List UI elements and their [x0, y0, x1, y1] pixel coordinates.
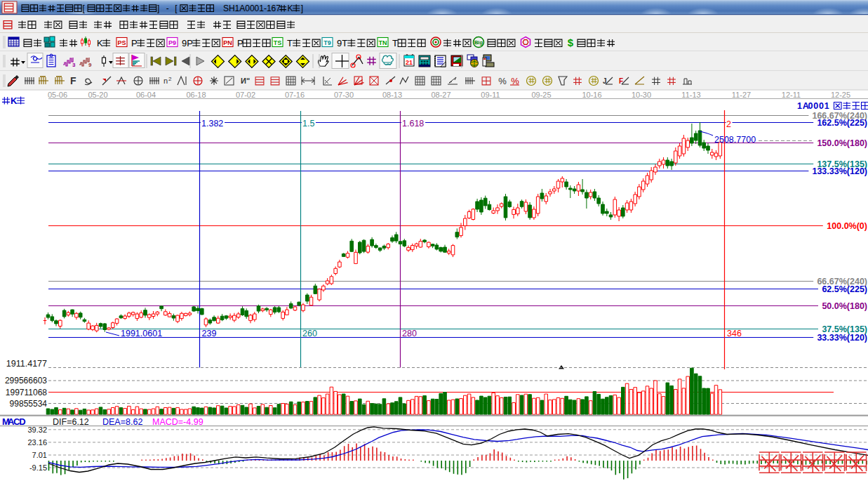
svg-text:10-30: 10-30: [632, 91, 651, 99]
svg-text:239: 239: [202, 329, 217, 338]
svg-text:T: T: [392, 38, 398, 48]
svg-text:K: K: [288, 4, 293, 13]
svg-text:0: 0: [813, 101, 818, 111]
svg-text:1.618: 1.618: [402, 119, 424, 129]
svg-text:12-11: 12-11: [782, 91, 801, 99]
svg-text:T9: T9: [323, 39, 331, 46]
svg-text:11-27: 11-27: [732, 91, 751, 99]
svg-text:T: T: [287, 38, 293, 48]
svg-text:09-25: 09-25: [531, 91, 551, 99]
svg-text:07-16: 07-16: [285, 91, 305, 99]
svg-text:62.5%(225): 62.5%(225): [822, 284, 867, 294]
svg-text:9: 9: [88, 62, 92, 68]
svg-text:05-06: 05-06: [48, 91, 67, 99]
svg-text:12-25: 12-25: [831, 91, 850, 99]
svg-text:]: ]: [157, 4, 159, 13]
svg-text:-9.15: -9.15: [29, 463, 47, 472]
svg-text:39.32: 39.32: [27, 426, 47, 434]
svg-text:2: 2: [168, 76, 172, 82]
svg-text:$: $: [568, 37, 574, 48]
svg-text:09-11: 09-11: [481, 91, 500, 99]
svg-text:1.382: 1.382: [201, 119, 223, 129]
svg-text:K: K: [11, 95, 18, 106]
svg-text:10-16: 10-16: [582, 91, 601, 99]
svg-text:99855534: 99855534: [10, 399, 48, 409]
svg-text:150.0%(180): 150.0%(180): [817, 138, 867, 148]
svg-text:3: 3: [72, 62, 76, 68]
svg-text:F: F: [70, 75, 76, 86]
svg-text:11-13: 11-13: [681, 91, 700, 99]
svg-text:260: 260: [302, 329, 317, 338]
svg-text:199711068: 199711068: [6, 388, 48, 397]
svg-text:9P: 9P: [182, 38, 193, 48]
svg-text:280: 280: [402, 329, 417, 338]
svg-text:50.0%(180): 50.0%(180): [822, 301, 867, 311]
svg-text:P: P: [131, 38, 138, 48]
svg-text:2508.7700: 2508.7700: [714, 135, 756, 145]
svg-text:08-27: 08-27: [431, 91, 450, 99]
svg-text:-: -: [166, 4, 169, 13]
svg-text:06-04: 06-04: [136, 91, 156, 99]
svg-text:07-30: 07-30: [334, 91, 354, 99]
svg-text:21: 21: [406, 59, 413, 66]
svg-text:23.16: 23.16: [27, 438, 47, 447]
svg-text:P9: P9: [168, 39, 176, 46]
svg-text:346: 346: [727, 329, 742, 338]
svg-text:08-13: 08-13: [382, 91, 402, 99]
svg-text:PS: PS: [118, 39, 126, 46]
svg-text:7.01: 7.01: [32, 451, 47, 459]
svg-text:0: 0: [808, 101, 813, 111]
svg-text:1: 1: [797, 101, 802, 111]
svg-text:1.5: 1.5: [302, 119, 314, 129]
svg-text:TN: TN: [379, 39, 387, 46]
svg-text:0: 0: [819, 101, 824, 111]
svg-text:1991.0601: 1991.0601: [121, 329, 162, 338]
svg-text:]: ]: [301, 4, 303, 13]
svg-text:06-18: 06-18: [186, 91, 206, 99]
svg-text:P: P: [237, 38, 243, 48]
svg-text:1911.4177: 1911.4177: [6, 359, 47, 369]
svg-text:Иʺ: Иʺ: [241, 77, 250, 85]
svg-text:K: K: [97, 38, 103, 48]
svg-text:n: n: [163, 77, 168, 85]
svg-text:07-02: 07-02: [236, 91, 255, 99]
svg-text:33.33%(120): 33.33%(120): [817, 333, 867, 343]
svg-text:PN: PN: [223, 39, 232, 46]
svg-text:%: %: [498, 76, 507, 86]
svg-text:9T: 9T: [337, 38, 347, 48]
svg-text:299566603: 299566603: [5, 376, 47, 386]
svg-text:1: 1: [824, 101, 829, 111]
svg-text:05-20: 05-20: [88, 91, 107, 99]
svg-text:162.5%(225): 162.5%(225): [817, 118, 867, 128]
svg-text:Big: Big: [474, 39, 483, 46]
svg-text:SH1A0001-167: SH1A0001-167: [223, 4, 281, 13]
svg-text:100.0%(0): 100.0%(0): [827, 221, 867, 231]
svg-text:TS: TS: [274, 39, 282, 46]
svg-text:2: 2: [726, 119, 731, 129]
svg-text:133.33%(120): 133.33%(120): [812, 166, 867, 176]
